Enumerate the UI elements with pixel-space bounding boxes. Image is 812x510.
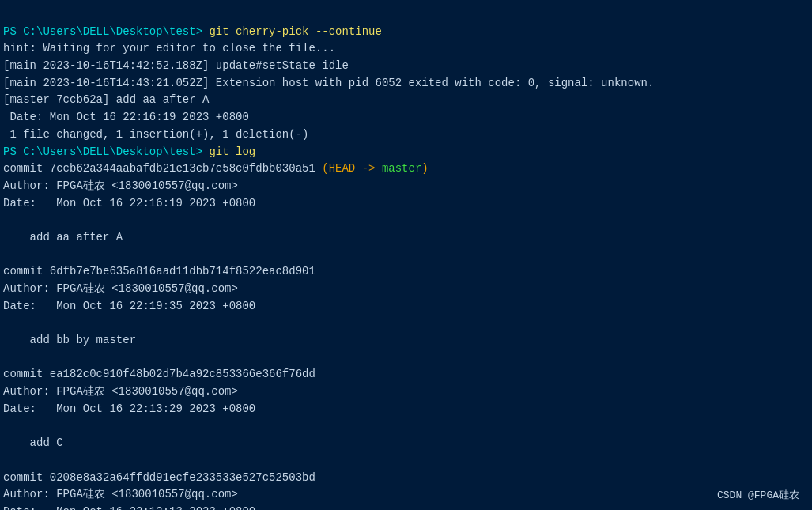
terminal-line: Date: Mon Oct 16 22:13:29 2023 +0800 <box>3 401 809 418</box>
terminal-line: Author: FPGA硅农 <1830010557@qq.com> <box>3 178 809 195</box>
terminal-line: Date: Mon Oct 16 22:12:13 2023 +0800 <box>3 504 809 510</box>
terminal-line: commit ea182c0c910f48b02d7b4a92c853366e3… <box>3 366 809 383</box>
terminal-line: hint: Waiting for your editor to close t… <box>3 40 809 58</box>
terminal-line: add bb by master <box>3 332 809 349</box>
terminal-line: Date: Mon Oct 16 22:19:35 2023 +0800 <box>3 298 809 315</box>
terminal-line: Date: Mon Oct 16 22:16:19 2023 +0800 <box>3 109 809 127</box>
terminal-line: Author: FPGA硅农 <1830010557@qq.com> <box>3 281 809 298</box>
terminal-line <box>3 212 809 229</box>
terminal-line <box>3 349 809 367</box>
terminal-line <box>3 452 809 470</box>
terminal-line: [main 2023-10-16T14:42:52.188Z] update#s… <box>3 58 809 75</box>
watermark: CSDN @FPGA硅农 <box>717 488 799 502</box>
terminal-line: add aa after A <box>3 229 809 247</box>
terminal-line <box>3 315 809 332</box>
terminal-window: PS C:\Users\DELL\Desktop\test> git cherr… <box>0 0 812 510</box>
terminal-line: commit 0208e8a32a64ffdd91ecfe233533e527c… <box>3 470 809 487</box>
terminal-line: Author: FPGA硅农 <1830010557@qq.com> <box>3 383 809 401</box>
terminal-line: [main 2023-10-16T14:43:21.052Z] Extensio… <box>3 75 809 93</box>
terminal-line <box>3 418 809 436</box>
terminal-line: Date: Mon Oct 16 22:16:19 2023 +0800 <box>3 195 809 213</box>
terminal-line <box>3 247 809 264</box>
terminal-line: commit 6dfb7e7be635a816aad11dbb714f8522e… <box>3 263 809 281</box>
terminal-line: 1 file changed, 1 insertion(+), 1 deleti… <box>3 127 809 144</box>
terminal-line: commit 7ccb62a344aabafdb21e13cb7e58c0fdb… <box>3 161 809 178</box>
terminal-line: [master 7ccb62a] add aa after A <box>3 92 809 109</box>
terminal-line: Author: FPGA硅农 <1830010557@qq.com> <box>3 486 809 504</box>
terminal-line: PS C:\Users\DELL\Desktop\test> git cherr… <box>3 24 809 41</box>
terminal-line: add C <box>3 435 809 452</box>
terminal-line: PS C:\Users\DELL\Desktop\test> git log <box>3 144 809 161</box>
